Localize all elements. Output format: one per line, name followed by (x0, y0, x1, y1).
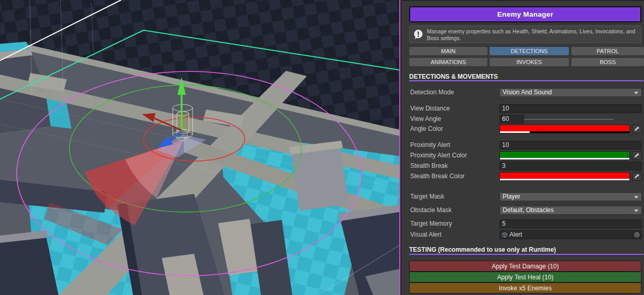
invoke-x5-enemies-button[interactable]: Invoke x5 Enemies (409, 282, 641, 293)
tab-boss[interactable]: BOSS (571, 58, 644, 66)
field-label: Visual Alert (410, 230, 442, 239)
help-box-text: Manage enemy properties such as Health, … (427, 28, 638, 41)
object-field-value: Alert (509, 231, 522, 239)
field-row-obstacle-mask: Obstacle Mask Default, Obstacles (410, 206, 642, 215)
field-label: Target Mask (410, 192, 444, 201)
eyedropper-button[interactable] (632, 172, 642, 181)
section-underline (409, 254, 643, 255)
field-row-target-memory: Target Memory 5 (410, 219, 642, 228)
unity-editor-window: Enemy Manager Manage enemy properties su… (0, 0, 644, 295)
eyedropper-button[interactable] (632, 125, 642, 133)
field-label: Stealth Break Color (410, 172, 464, 181)
field-row-angle-color: Angle Color (410, 125, 642, 133)
object-picker-icon (634, 232, 640, 238)
eyedropper-icon (634, 153, 640, 158)
tab-detections[interactable]: DETECTIONS (490, 47, 569, 55)
stealth-break-color-swatch[interactable] (499, 172, 630, 181)
field-row-target-mask: Target Mask Player (410, 192, 642, 201)
component-title-banner: Enemy Manager (409, 6, 641, 22)
field-row-stealth-break-color: Stealth Break Color (410, 172, 642, 181)
section-title-testing: TESTING (Recommended to use only at Runt… (409, 246, 641, 253)
proximity-alert-color-swatch[interactable] (499, 151, 630, 160)
eyedropper-icon (634, 174, 640, 179)
field-label: View Distance (410, 104, 450, 113)
angle-color-swatch[interactable] (499, 125, 630, 133)
field-label: Obstacle Mask (410, 206, 451, 215)
field-row-proximity-alert-color: Proximity Alert Color (410, 151, 642, 160)
scene-canvas (0, 0, 402, 295)
apply-test-damage-button[interactable]: Apply Test Damage (10) (409, 261, 641, 272)
field-row-stealth-break: Stealth Break 3 (410, 162, 642, 170)
tab-main[interactable]: MAIN (409, 47, 487, 55)
section-underline (409, 80, 643, 81)
target-mask-dropdown[interactable]: Player (499, 192, 642, 201)
inspector-panel: Enemy Manager Manage enemy properties su… (402, 0, 644, 295)
field-label: Stealth Break (410, 162, 448, 170)
proximity-alert-input[interactable]: 10 (499, 141, 642, 150)
tab-animations[interactable]: ANIMATIONS (409, 58, 487, 66)
object-picker-button[interactable] (632, 231, 641, 239)
field-row-visual-alert: Visual Alert Alert (410, 230, 642, 239)
field-row-detection-mode: Detection Mode Vision And Sound (410, 88, 642, 97)
info-icon (413, 29, 424, 40)
obstacle-mask-dropdown[interactable]: Default, Obstacles (499, 206, 642, 215)
view-angle-input[interactable]: 60 (499, 115, 524, 124)
field-label: View Angle (410, 115, 441, 124)
tab-patrol[interactable]: PATROL (571, 47, 644, 55)
field-row-view-angle: View Angle 60 (410, 115, 642, 124)
field-label: Target Memory (410, 219, 452, 228)
prefab-cube-icon (502, 232, 508, 238)
tab-invokes[interactable]: INVOKES (490, 58, 569, 66)
eyedropper-icon (634, 126, 640, 132)
view-distance-input[interactable]: 10 (499, 104, 642, 113)
field-label: Proximity Alert (410, 141, 450, 150)
detection-mode-dropdown[interactable]: Vision And Sound (499, 88, 642, 97)
visual-alert-object-field[interactable]: Alert (499, 230, 642, 239)
apply-test-heal-button[interactable]: Apply Test Heal (10) (409, 272, 641, 282)
eyedropper-button[interactable] (632, 151, 642, 160)
stealth-break-input[interactable]: 3 (499, 162, 642, 170)
field-row-view-distance: View Distance 10 (410, 104, 642, 113)
section-title-detections: DETECTIONS & MOVEMENTS (409, 73, 641, 80)
target-memory-input[interactable]: 5 (499, 219, 642, 228)
scene-view[interactable] (0, 0, 402, 295)
field-label: Proximity Alert Color (410, 151, 467, 160)
field-label: Detection Mode (410, 88, 454, 97)
field-label: Angle Color (410, 125, 443, 133)
field-row-proximity-alert: Proximity Alert 10 (410, 141, 642, 150)
help-box: Manage enemy properties such as Health, … (409, 26, 641, 43)
